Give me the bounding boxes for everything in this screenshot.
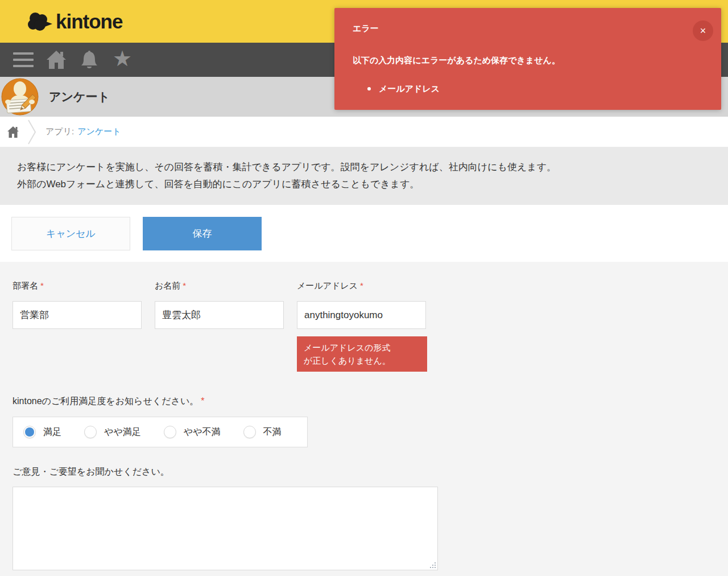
required-asterisk: * [40,281,44,290]
description-line-2: 外部のWebフォームと連携して、回答を自動的にこのアプリに蓄積させることもできま… [17,176,711,193]
app-icon [1,78,39,116]
favorites-icon: ★ [113,48,132,69]
field-name: お名前* [155,281,284,372]
radio-option-somewhat-satisfied[interactable]: やや満足 [84,426,141,438]
app-description: お客様にアンケートを実施し、その回答を蓄積・集計できるアプリです。設問をアレンジ… [0,147,728,205]
menu-icon [13,52,34,67]
home-icon [46,50,67,69]
radio-option-somewhat-dissatisfied[interactable]: やや不満 [164,426,221,438]
close-icon: × [700,25,706,36]
department-label: 部署名 [13,281,38,290]
email-validation-error: メールアドレスの形式 が正しくありません。 [297,336,427,372]
error-banner-title: エラー [353,23,681,34]
breadcrumb-home-icon[interactable] [7,126,19,138]
error-banner-message: 以下の入力内容にエラーがあるため保存できません。 [353,55,681,66]
email-label: メールアドレス [297,281,358,290]
name-label: お名前 [155,281,180,290]
kintone-cloud-icon [27,10,53,33]
error-banner-list: メールアドレス [353,83,681,94]
fields-row: 部署名* お名前* メールアドレス* メールアドレスの形式 が正しくありません。 [13,281,728,372]
field-department: 部署名* [13,281,142,372]
cancel-button[interactable]: キャンセル [11,217,130,250]
comments-label: ご意見・ご要望をお聞かせください。 [13,466,728,478]
email-input[interactable] [297,301,426,329]
error-banner: エラー 以下の入力内容にエラーがあるため保存できません。 メールアドレス × [334,8,721,110]
required-asterisk: * [201,396,204,406]
field-email: メールアドレス* メールアドレスの形式 が正しくありません。 [297,281,426,372]
chevron-right-icon [27,119,36,145]
page-title: アンケート [49,89,110,105]
notifications-button[interactable] [73,50,106,70]
comments-field [13,487,438,573]
breadcrumb: アプリ: アンケート [0,117,728,147]
required-asterisk: * [183,281,186,290]
radio-selected-icon[interactable] [23,426,36,438]
error-banner-item: メールアドレス [367,83,681,94]
satisfaction-label: kintoneのご利用満足度をお知らせください。* [13,396,728,408]
breadcrumb-app-link[interactable]: アンケート [77,126,121,137]
menu-button[interactable] [7,52,40,67]
favorites-button[interactable]: ★ [106,50,139,69]
home-button[interactable] [40,50,73,69]
radio-option-dissatisfied[interactable]: 不満 [243,426,282,438]
radio-unselected-icon[interactable] [84,426,97,438]
kintone-logo[interactable]: kintone [27,10,122,33]
save-button[interactable]: 保存 [143,217,262,250]
notifications-icon [79,50,100,70]
radio-unselected-icon[interactable] [164,426,176,438]
description-line-1: お客様にアンケートを実施し、その回答を蓄積・集計できるアプリです。設問をアレンジ… [17,159,711,176]
satisfaction-radio-group: 満足 やや満足 やや不満 不満 [13,417,308,447]
required-asterisk: * [360,281,363,290]
radio-option-satisfied[interactable]: 満足 [23,426,61,438]
name-input[interactable] [155,301,284,329]
breadcrumb-app-label: アプリ: [46,126,74,137]
department-input[interactable] [13,301,142,329]
logo-text: kintone [56,10,122,33]
error-banner-close-button[interactable]: × [693,20,713,41]
radio-unselected-icon[interactable] [243,426,256,438]
toolbar: キャンセル 保存 [0,205,728,262]
comments-textarea[interactable] [13,487,438,570]
form-area: 部署名* お名前* メールアドレス* メールアドレスの形式 が正しくありません。… [0,281,728,573]
